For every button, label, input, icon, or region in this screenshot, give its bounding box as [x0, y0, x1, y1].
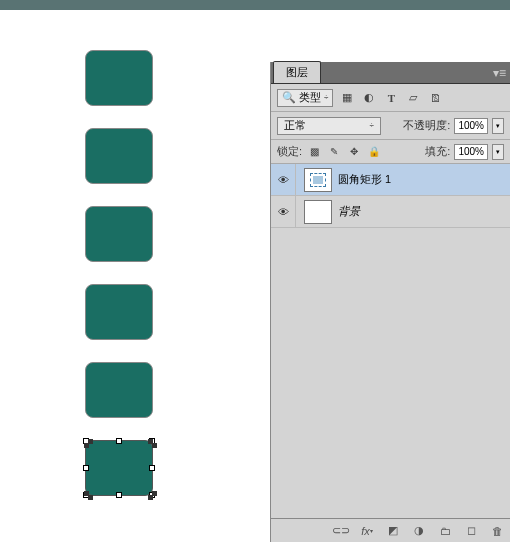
new-layer-icon[interactable]: ◻: [464, 524, 478, 538]
filter-shape-icon[interactable]: ▱: [405, 90, 421, 106]
filter-type-label: 类型: [299, 90, 321, 105]
rounded-rectangle-shape[interactable]: [85, 206, 153, 262]
path-anchor[interactable]: [84, 443, 89, 448]
filter-pixel-icon[interactable]: ▦: [339, 90, 355, 106]
opacity-input[interactable]: 100%: [454, 118, 488, 134]
layer-visibility-toggle[interactable]: 👁: [271, 206, 295, 218]
eye-icon: 👁: [278, 174, 289, 186]
layer-name-label[interactable]: 圆角矩形 1: [338, 172, 510, 187]
delete-layer-icon[interactable]: 🗑: [490, 524, 504, 538]
fill-input[interactable]: 100%: [454, 144, 488, 160]
link-layers-icon[interactable]: ⊂⊃: [334, 524, 348, 538]
filter-type-icon[interactable]: T: [383, 90, 399, 106]
transform-handle[interactable]: [83, 465, 89, 471]
transform-handle[interactable]: [149, 465, 155, 471]
blend-mode-dropdown[interactable]: 正常 ÷: [277, 117, 381, 135]
rounded-rectangle-shape[interactable]: [85, 362, 153, 418]
layer-row[interactable]: 👁圆角矩形 1: [271, 164, 510, 196]
layers-panel: 图层 ▾≡ 🔍 类型 ÷ ▦ ◐ T ▱ 🖻 正常 ÷ 不透明度: 100% ▾…: [270, 62, 510, 542]
rounded-rectangle-shape[interactable]: [85, 440, 153, 496]
lock-row: 锁定: ▩ ✎ ✥ 🔒 填充: 100% ▾: [271, 140, 510, 164]
opacity-label: 不透明度:: [403, 118, 450, 133]
divider: [295, 164, 296, 195]
layer-thumbnail[interactable]: [304, 168, 332, 192]
layer-name-label[interactable]: 背景: [338, 204, 510, 219]
chevron-down-icon: ÷: [324, 93, 328, 102]
layer-thumbnail[interactable]: [304, 200, 332, 224]
divider: [295, 196, 296, 227]
rounded-rectangle-shape[interactable]: [85, 50, 153, 106]
blend-row: 正常 ÷ 不透明度: 100% ▾: [271, 112, 510, 140]
layer-visibility-toggle[interactable]: 👁: [271, 174, 295, 186]
layer-row[interactable]: 👁背景: [271, 196, 510, 228]
lock-label: 锁定:: [277, 144, 302, 159]
filter-adjustment-icon[interactable]: ◐: [361, 90, 377, 106]
path-anchor[interactable]: [152, 443, 157, 448]
search-icon: 🔍: [282, 91, 296, 104]
panel-tab-bar: 图层 ▾≡: [271, 62, 510, 84]
lock-transparency-icon[interactable]: ▩: [306, 144, 322, 160]
rounded-rectangle-shape[interactable]: [85, 128, 153, 184]
blend-mode-value: 正常: [284, 118, 306, 133]
lock-position-icon[interactable]: ✥: [346, 144, 362, 160]
filter-smart-icon[interactable]: 🖻: [427, 90, 443, 106]
filter-type-dropdown[interactable]: 🔍 类型 ÷: [277, 89, 333, 107]
eye-icon: 👁: [278, 206, 289, 218]
tab-layers[interactable]: 图层: [273, 61, 321, 83]
path-anchor[interactable]: [148, 495, 153, 500]
transform-handle[interactable]: [116, 438, 122, 444]
rounded-rectangle-shape[interactable]: [85, 284, 153, 340]
fill-flyout[interactable]: ▾: [492, 144, 504, 160]
transform-handle[interactable]: [116, 492, 122, 498]
layer-group-icon[interactable]: 🗀: [438, 524, 452, 538]
fill-label: 填充:: [425, 144, 450, 159]
layer-list[interactable]: 👁圆角矩形 1👁背景: [271, 164, 510, 518]
chevron-down-icon: ÷: [370, 121, 374, 130]
opacity-flyout[interactable]: ▾: [492, 118, 504, 134]
lock-pixels-icon[interactable]: ✎: [326, 144, 342, 160]
adjustment-layer-icon[interactable]: ◑: [412, 524, 426, 538]
layer-filter-row: 🔍 类型 ÷ ▦ ◐ T ▱ 🖻: [271, 84, 510, 112]
layer-mask-icon[interactable]: ◩: [386, 524, 400, 538]
lock-all-icon[interactable]: 🔒: [366, 144, 382, 160]
layer-fx-icon[interactable]: fx▾: [360, 524, 374, 538]
panel-menu-icon[interactable]: ▾≡: [493, 66, 506, 80]
layer-bottom-toolbar: ⊂⊃ fx▾ ◩ ◑ 🗀 ◻ 🗑: [271, 518, 510, 542]
path-anchor[interactable]: [88, 495, 93, 500]
